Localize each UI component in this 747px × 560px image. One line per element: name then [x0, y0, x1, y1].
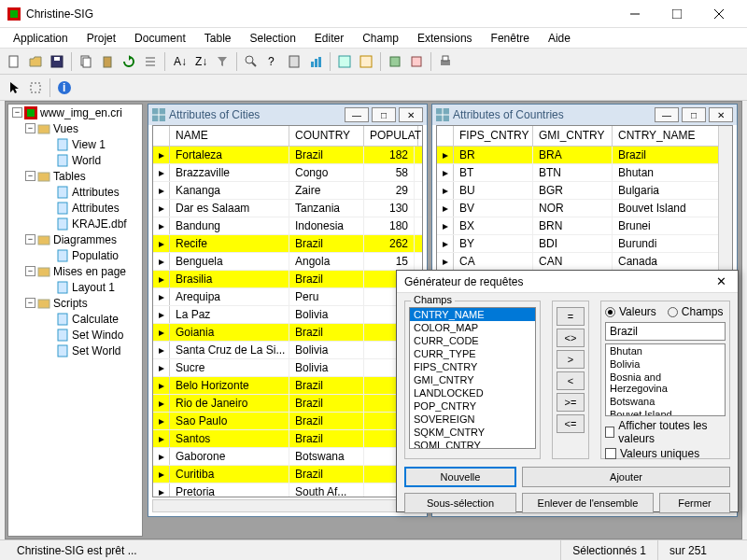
menu-champ[interactable]: Champ: [353, 30, 408, 47]
table-row[interactable]: ▸PretoriaSouth Af...: [153, 483, 422, 497]
query-icon[interactable]: ?: [262, 51, 283, 72]
tree-item[interactable]: Calculate: [8, 311, 142, 327]
table-row[interactable]: ▸Belo HorizonteBrazil: [153, 377, 422, 395]
subselect-button[interactable]: Sous-sélection: [404, 493, 516, 513]
countries-titlebar[interactable]: Attributes of Countries — □ ✕: [432, 105, 737, 125]
sort-asc-icon[interactable]: A↓: [169, 51, 190, 72]
list-item[interactable]: SOVEREIGN: [410, 413, 535, 426]
tree-item[interactable]: Attributes: [8, 184, 142, 200]
tree-item[interactable]: Set World: [8, 343, 142, 358]
list-item[interactable]: FIPS_CNTRY: [410, 360, 535, 373]
select-icon[interactable]: [25, 77, 46, 98]
layout-icon[interactable]: [356, 51, 376, 72]
col-name[interactable]: NAME: [170, 126, 289, 146]
table-row[interactable]: ▸BXBRNBrunei: [437, 217, 732, 235]
list-item[interactable]: COLOR_MAP: [410, 321, 535, 334]
table-row[interactable]: ▸La PazBolivia: [153, 306, 422, 324]
list-item[interactable]: CURR_CODE: [410, 334, 535, 347]
table-row[interactable]: ▸BrazzavilleCongo58: [153, 164, 422, 182]
stats-icon[interactable]: [305, 51, 326, 72]
h-scrollbar[interactable]: [152, 499, 423, 512]
maximize-button[interactable]: □: [372, 107, 396, 122]
minimize-button[interactable]: —: [655, 107, 679, 122]
list-item[interactable]: Bhutan: [606, 344, 725, 357]
op-button[interactable]: =: [557, 307, 585, 326]
info-icon[interactable]: i: [54, 77, 75, 98]
op-button[interactable]: <: [557, 371, 585, 390]
menu-document[interactable]: Document: [125, 30, 195, 47]
table-row[interactable]: ▸ArequipaPeru: [153, 288, 422, 306]
tree-item[interactable]: Layout 1: [8, 279, 142, 295]
table-row[interactable]: ▸GoianiaBrazil: [153, 324, 422, 342]
table-row[interactable]: ▸Sao PauloBrazil: [153, 413, 422, 430]
list-icon[interactable]: [140, 51, 161, 72]
table-row[interactable]: ▸Santa Cruz de La Si...Bolivia: [153, 342, 422, 359]
col-fips[interactable]: FIPS_CNTRY: [454, 126, 533, 146]
fields-listbox[interactable]: CNTRY_NAMECOLOR_MAPCURR_CODECURR_TYPEFIP…: [409, 307, 536, 449]
chart-icon[interactable]: [334, 51, 355, 72]
open-icon[interactable]: [25, 51, 46, 72]
list-item[interactable]: GMI_CNTRY: [410, 373, 535, 386]
maximize-button[interactable]: [655, 0, 698, 28]
list-item[interactable]: POP_CNTRY: [410, 399, 535, 413]
list-item[interactable]: CURR_TYPE: [410, 347, 535, 360]
radio-fields[interactable]: Champs: [668, 305, 724, 318]
close-button[interactable]: ✕: [399, 107, 423, 122]
col-gmi[interactable]: GMI_CNTRY: [533, 126, 613, 146]
tree-mises en page[interactable]: −Mises en page: [8, 263, 142, 279]
tree-root[interactable]: −www_img_en.cri: [8, 105, 142, 120]
paste-icon[interactable]: [97, 51, 118, 72]
find-icon[interactable]: [241, 51, 261, 72]
table-row[interactable]: ▸BUBGRBulgaria: [437, 182, 732, 200]
menu-editer[interactable]: Editer: [305, 30, 353, 47]
values-listbox[interactable]: BhutanBoliviaBosnia and HerzegovinaBotsw…: [605, 343, 726, 416]
tree-item[interactable]: World: [8, 152, 142, 168]
list-item[interactable]: Bouvet Island: [606, 408, 725, 416]
tree-item[interactable]: Attributes: [8, 200, 142, 216]
calc-icon[interactable]: [284, 51, 304, 72]
save-icon[interactable]: [47, 51, 67, 72]
close-button[interactable]: Fermer: [659, 493, 730, 513]
col-country[interactable]: COUNTRY: [289, 126, 364, 146]
close-button[interactable]: ✕: [709, 107, 733, 122]
tree-item[interactable]: Set Windo: [8, 327, 142, 343]
maximize-button[interactable]: □: [682, 107, 706, 122]
op-button[interactable]: <=: [557, 414, 585, 433]
menu-selection[interactable]: Selection: [240, 30, 304, 47]
table-row[interactable]: ▸BRBRABrazil: [437, 147, 732, 164]
tree-item[interactable]: KRAJE.dbf: [8, 216, 142, 231]
tree-item[interactable]: View 1: [8, 136, 142, 152]
list-item[interactable]: LANDLOCKED: [410, 386, 535, 399]
table-row[interactable]: ▸Rio de JaneiroBrazil: [153, 395, 422, 413]
list-item[interactable]: Bolivia: [606, 357, 725, 371]
list-item[interactable]: SQMI_CNTRY: [410, 439, 535, 449]
remove-button[interactable]: Enlever de l'ensemble: [522, 493, 654, 513]
tree-tables[interactable]: −Tables: [8, 168, 142, 184]
minimize-button[interactable]: —: [345, 107, 369, 122]
table-row[interactable]: ▸RecifeBrazil262: [153, 235, 422, 253]
new-button[interactable]: Nouvelle: [404, 467, 516, 487]
table-row[interactable]: ▸SantosBrazil: [153, 430, 422, 448]
chk-showall[interactable]: Afficher toutes les valeurs: [605, 419, 726, 445]
table-row[interactable]: ▸SucreBolivia: [153, 359, 422, 377]
dialog-titlebar[interactable]: Générateur de requêtes ✕: [397, 271, 738, 293]
list-item[interactable]: Botswana: [606, 395, 725, 408]
cities-grid[interactable]: NAME COUNTRY POPULAT ▸FortalezaBrazil182…: [152, 125, 423, 497]
table-row[interactable]: ▸GaboroneBotswana: [153, 448, 422, 466]
table-row[interactable]: ▸FortalezaBrazil182: [153, 147, 422, 164]
table-row[interactable]: ▸BrasiliaBrazil: [153, 271, 422, 288]
copy-icon[interactable]: [76, 51, 96, 72]
refresh-icon[interactable]: [119, 51, 139, 72]
menu-projet[interactable]: Projet: [78, 30, 125, 47]
close-icon[interactable]: ✕: [712, 274, 730, 288]
list-item[interactable]: Bosnia and Herzegovina: [606, 371, 725, 395]
table-row[interactable]: ▸CACANCanada: [437, 253, 732, 271]
table-row[interactable]: ▸KanangaZaire29: [153, 182, 422, 200]
list-item[interactable]: CNTRY_NAME: [410, 308, 535, 321]
project-tree[interactable]: −www_img_en.cri−VuesView 1World−TablesAt…: [7, 104, 143, 537]
tool2-icon[interactable]: [406, 51, 427, 72]
menu-fenêtre[interactable]: Fenêtre: [482, 30, 539, 47]
sort-desc-icon[interactable]: Z↓: [190, 51, 211, 72]
op-button[interactable]: >=: [557, 393, 585, 412]
table-row[interactable]: ▸Dar es SalaamTanzania130: [153, 200, 422, 217]
